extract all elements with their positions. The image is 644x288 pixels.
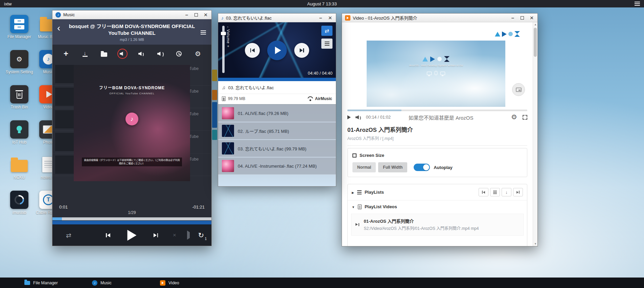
- music-window-titlebar[interactable]: ♪ Music: [52, 10, 211, 19]
- skip-next-icon: [355, 218, 359, 232]
- taskbar-item-video[interactable]: Video: [157, 278, 183, 288]
- scrollbar-thumb[interactable]: [534, 28, 537, 57]
- seek-bar[interactable]: [218, 78, 336, 81]
- service-badge: AirMusic: [307, 96, 332, 101]
- video-play-button[interactable]: [347, 115, 351, 119]
- play-icon: [128, 230, 137, 241]
- volume-low-button[interactable]: [136, 48, 146, 59]
- playlist-item-path: S2:/Video/ArozOS 入門系列/01-ArozOS 入門系列簡介.m…: [364, 226, 479, 232]
- previous-track-button[interactable]: [245, 43, 260, 58]
- stop-button[interactable]: [173, 232, 176, 239]
- list-icon: [357, 192, 362, 193]
- scroll-up-icon[interactable]: ▲: [533, 23, 538, 26]
- logo-triangle-icon: [422, 57, 428, 62]
- topbar-menu-icon[interactable]: [635, 0, 640, 7]
- playlist-video-item[interactable]: 01-ArozOS 入門系列簡介 S2:/Video/ArozOS 入門系列/0…: [351, 214, 524, 236]
- picture-in-picture-button[interactable]: [512, 83, 525, 96]
- minimize-button[interactable]: [318, 15, 323, 21]
- taskbar-item-file-manager[interactable]: File Manager: [21, 278, 61, 288]
- folder-icon: [101, 52, 107, 57]
- music-note-icon: ♪: [221, 15, 224, 21]
- minimize-button[interactable]: [184, 12, 189, 18]
- back-button[interactable]: [57, 23, 60, 33]
- video-overlay-caption: ArozOS - Web Desktop System written in G…: [409, 64, 463, 67]
- scroll-down-icon[interactable]: ▼: [533, 242, 538, 245]
- topbar-clock: August 7 13:33: [307, 1, 337, 6]
- settings-button[interactable]: [192, 48, 203, 59]
- track-row[interactable]: 04. ALIVE -Instrumental-.flac (77.24 MB): [218, 158, 336, 175]
- logo-hourglass-icon: [444, 56, 450, 62]
- volume-high-button[interactable]: [155, 48, 165, 59]
- video-volume-button[interactable]: [355, 115, 361, 120]
- scrollbar[interactable]: ▲ ▼: [533, 22, 537, 246]
- music-window: ♪ Music bosquet @ フリーBGM DOVA-SYNDROME O…: [52, 10, 212, 246]
- autoplay-toggle[interactable]: [414, 164, 430, 171]
- video-window-titlebar[interactable]: Video - 01-ArozOS 入門系列簡介: [342, 14, 537, 22]
- playback-controls: 1: [52, 225, 211, 246]
- desktop-icon-iot-hub[interactable]: IoT Hub: [5, 120, 33, 155]
- fullscreen-button[interactable]: [523, 115, 527, 120]
- desktop-icon-ncku[interactable]: NCKU: [5, 155, 33, 191]
- playlist-menu-button[interactable]: [321, 39, 332, 49]
- desktop-icon-file-manager[interactable]: File Manager: [5, 15, 33, 50]
- track-label: 01. ALIVE.flac (79.26 MB): [238, 111, 289, 116]
- play-button[interactable]: [267, 41, 287, 60]
- flac-window-titlebar[interactable]: ♪ 03. 忘れてもいいよ.flac: [218, 14, 336, 22]
- playlist-download-button[interactable]: ↓: [502, 188, 511, 196]
- track-thumbnail: [55, 88, 75, 106]
- play-button[interactable]: [128, 230, 137, 241]
- volume-label: - Volume +: [226, 26, 230, 48]
- playlist-list-button[interactable]: [490, 188, 500, 196]
- mute-button[interactable]: [117, 49, 128, 59]
- video-settings-button[interactable]: [511, 114, 517, 121]
- now-playing-title: bosquet @ フリーBGM DOVA-SYNDROME OFFICIAL …: [67, 23, 197, 36]
- swap-mode-button[interactable]: [321, 26, 332, 36]
- app-grid-button[interactable]: [5, 280, 11, 286]
- track-row[interactable]: 01. ALIVE.flac (79.26 MB): [218, 105, 336, 122]
- mini-play-button[interactable]: [187, 232, 190, 238]
- track-row[interactable]: 03. 忘れてもいいよ.flac (99.79 MB): [218, 140, 336, 158]
- video-player[interactable]: ArozOS - Web Desktop System written in G…: [367, 41, 505, 107]
- history-button[interactable]: [174, 48, 184, 59]
- normal-size-button[interactable]: Normal: [352, 162, 376, 172]
- album-art: フリーBGM DOVA-SYNDROME OFFICIAL YouTube CH…: [74, 65, 190, 181]
- desktop-icon-system-setting[interactable]: System Setting: [5, 50, 33, 85]
- list-icon: [493, 192, 497, 193]
- next-track-button[interactable]: [154, 233, 158, 237]
- album-art-caption: 楽曲詳細情報（ダウンロード）は下部説明欄にてご確認ください。（ご利用の際は必ず利…: [82, 158, 182, 166]
- track-row[interactable]: 02. ループ.flac (85.71 MB): [218, 122, 336, 140]
- track-thumbnail: [55, 110, 75, 128]
- maximize-button[interactable]: [520, 15, 525, 21]
- folder-icon: [10, 155, 28, 174]
- desktop-icon-trash-bin[interactable]: Trash Bin: [5, 85, 33, 120]
- collapse-caret-icon[interactable]: [352, 190, 354, 195]
- minimize-button[interactable]: [510, 15, 515, 21]
- close-button[interactable]: [529, 15, 534, 21]
- repeat-button[interactable]: [198, 231, 204, 239]
- maximize-button[interactable]: [193, 12, 199, 18]
- taskbar-item-label: Video: [168, 281, 179, 285]
- expand-caret-icon[interactable]: [352, 204, 355, 209]
- playlist-videos-heading: PlayList Videos: [365, 204, 397, 209]
- video-time-display: 00:14 / 01:02: [366, 115, 391, 120]
- download-button[interactable]: [79, 48, 90, 59]
- menu-button[interactable]: [201, 28, 206, 34]
- add-button[interactable]: [61, 48, 71, 59]
- next-track-button[interactable]: [294, 43, 309, 58]
- close-button[interactable]: [327, 15, 333, 21]
- close-button[interactable]: [203, 12, 208, 18]
- playlist-prev-button[interactable]: [479, 188, 488, 196]
- playlist-item-title: 01-ArozOS 入門系列簡介: [364, 218, 479, 224]
- desktop-icon-imuslab[interactable]: imuslab: [5, 191, 33, 226]
- volume-slider-handle[interactable]: [221, 32, 226, 35]
- track-position: 1/29: [52, 210, 211, 217]
- taskbar-item-music[interactable]: ♪ Music: [89, 278, 115, 288]
- speaker-low-icon: [138, 51, 144, 56]
- seek-bar[interactable]: [52, 217, 211, 220]
- open-folder-button[interactable]: [98, 48, 109, 59]
- previous-track-button[interactable]: [106, 233, 110, 237]
- shuffle-button[interactable]: [66, 232, 71, 239]
- full-width-button[interactable]: Full Width: [378, 162, 407, 172]
- track-label: 04. ALIVE -Instrumental-.flac (77.24 MB): [238, 164, 317, 169]
- playlist-next-button[interactable]: [513, 188, 523, 196]
